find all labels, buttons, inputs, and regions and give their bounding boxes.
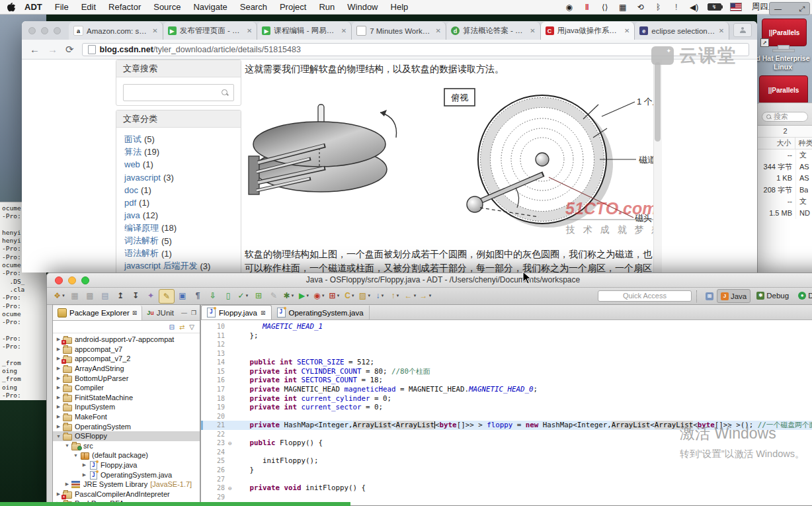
editor-tab[interactable]: JFloppy.java⊠ xyxy=(201,305,272,319)
perspective-ddms[interactable]: ●DDMS xyxy=(795,289,812,302)
dropdown-arrow-icon[interactable]: ▼ xyxy=(367,294,371,298)
maximize-view-icon[interactable]: ❐ xyxy=(191,310,196,316)
file-row[interactable]: 208 字节Ba xyxy=(758,185,812,196)
menu-item-search[interactable]: Search xyxy=(240,2,267,12)
minimize-icon[interactable]: — xyxy=(774,5,782,13)
tree-item-pascalcompilerandintepreter[interactable]: ▶✕PascalCompilerAndIntepreter xyxy=(53,489,200,499)
expand-arrow-icon[interactable]: ▶ xyxy=(56,395,61,400)
category-item[interactable]: javascript 后端开发 (3) xyxy=(124,260,241,273)
menu-item-source[interactable]: Source xyxy=(153,2,181,12)
category-item[interactable]: 词法解析 (5) xyxy=(124,235,241,247)
back-button[interactable]: ←▼ xyxy=(403,289,418,302)
reload-button[interactable]: ⟳ xyxy=(65,44,74,54)
category-link[interactable]: 语法解析 xyxy=(124,247,159,259)
new-android-app-button[interactable]: ⊞ xyxy=(251,289,266,302)
code-line-28[interactable]: 28⊖ private void initFloppy() { xyxy=(201,484,812,493)
code-line-16[interactable]: 16 private int SECTORS_COUNT = 18; xyxy=(201,376,812,385)
background-window-controls[interactable]: — ⤢ xyxy=(769,2,810,15)
dropdown-arrow-icon[interactable]: ▼ xyxy=(245,294,249,298)
browser-tab[interactable]: C用java做操作系统内核✕ xyxy=(541,22,635,40)
code-line-12[interactable]: 12 xyxy=(201,340,812,349)
coverage-button[interactable]: ⊞▼ xyxy=(327,289,342,302)
eclipse-title-bar[interactable]: Java - OSFloppy/src/Floppy.java - ADT - … xyxy=(47,273,812,288)
bluetooth-icon[interactable]: ᛒ xyxy=(654,2,663,13)
file-row[interactable]: 1.5 MBND xyxy=(758,208,812,220)
file-row[interactable]: 344 字节AS xyxy=(758,161,812,173)
expand-arrow-icon[interactable]: ▶ xyxy=(56,491,61,497)
tab-close-icon[interactable]: ✕ xyxy=(719,27,724,34)
debug-button[interactable]: ✱▼ xyxy=(282,289,296,302)
zoom-window-button[interactable] xyxy=(54,27,61,34)
scrollbar-thumb[interactable] xyxy=(655,62,661,142)
run-button[interactable]: ▶▼ xyxy=(297,289,311,302)
tree-item--default-package-[interactable]: ▼(default package) xyxy=(53,450,200,460)
volume-icon[interactable]: ◀) xyxy=(690,2,699,13)
quick-access-field[interactable]: Quick Access xyxy=(598,290,692,302)
menu-item-window[interactable]: Window xyxy=(347,2,378,12)
category-link[interactable]: java xyxy=(124,210,140,220)
expand-arrow-icon[interactable]: ▶ xyxy=(56,347,61,352)
category-item[interactable]: 面试 (5) xyxy=(124,133,241,146)
tree-item-src[interactable]: ▼src xyxy=(53,441,200,451)
menu-item-adt[interactable]: ADT xyxy=(24,2,42,12)
code-line-18[interactable]: 18 private int current_cylinder = 0; xyxy=(201,394,812,403)
perspective-java[interactable]: JJava xyxy=(717,289,751,303)
code-line-17[interactable]: 17 private MAGNETIC_HEAD magneticHead = … xyxy=(201,385,812,394)
category-item[interactable]: 编译原理 (18) xyxy=(124,222,241,234)
annotate-button[interactable]: ✎ xyxy=(266,289,281,302)
expand-arrow-icon[interactable]: ▶ xyxy=(56,376,61,381)
column-size[interactable]: 大小 xyxy=(758,138,795,149)
menu-item-navigate[interactable]: Navigate xyxy=(193,2,227,12)
address-bar[interactable]: blog.csdn.net/tyler_download/article/det… xyxy=(82,43,749,56)
tree-item-floppy-java[interactable]: ▶Floppy.java xyxy=(53,460,200,470)
category-item[interactable]: java (12) xyxy=(124,209,241,222)
dropdown-arrow-icon[interactable]: ▼ xyxy=(351,294,355,298)
dropdown-arrow-icon[interactable]: ▼ xyxy=(428,294,432,298)
tree-item-osfloppy[interactable]: ▼OSFloppy xyxy=(53,431,200,441)
forward-button[interactable]: → xyxy=(48,44,58,54)
apple-menu-icon[interactable] xyxy=(7,2,15,12)
browser-tab[interactable]: d算法概论答案 - 豆丁网✕ xyxy=(446,22,541,40)
tree-item-finitstatemachine[interactable]: ▶FinitStateMachine xyxy=(53,393,200,403)
expand-arrow-icon[interactable]: ▶ xyxy=(81,472,87,478)
category-link[interactable]: 面试 xyxy=(124,134,142,146)
open-type-button[interactable]: ▣ xyxy=(175,289,190,302)
tree-item-android-support-v7-appcompat[interactable]: ▶✕android-support-v7-appcompat xyxy=(53,335,200,345)
code-area[interactable]: 10 MAGETIC_HEAD_111 };121314 public int … xyxy=(201,320,812,506)
fetch-button[interactable]: ↓▼ xyxy=(373,289,387,302)
menu-item-project[interactable]: Project xyxy=(280,2,306,12)
category-link[interactable]: 词法解析 xyxy=(124,235,159,247)
perspective-debug[interactable]: ✱Debug xyxy=(753,289,792,302)
open-resource-button[interactable]: ▨▼ xyxy=(358,289,372,302)
menu-item-refactor[interactable]: Refactor xyxy=(108,2,141,12)
tree-item-bottomupparser[interactable]: ▶BottomUpParser xyxy=(53,373,200,383)
code-line-19[interactable]: 19 private int current_sector = 0; xyxy=(201,403,812,412)
dropdown-arrow-icon[interactable]: ▼ xyxy=(337,294,341,298)
browser-profile-button[interactable] xyxy=(733,23,752,37)
code-line-11[interactable]: 11 }; xyxy=(201,331,812,341)
expand-arrow-icon[interactable]: ▼ xyxy=(64,443,70,448)
article-search-input[interactable] xyxy=(123,84,234,101)
expand-arrow-icon[interactable]: ▶ xyxy=(56,366,61,371)
parallels-icon[interactable]: ‖ xyxy=(583,2,592,13)
browser-tab[interactable]: 7 Minutes Workout✕ xyxy=(352,22,446,40)
dropdown-arrow-icon[interactable]: ▼ xyxy=(321,294,325,298)
expand-arrow-icon[interactable]: ▶ xyxy=(56,337,61,342)
link-with-editor-icon[interactable]: ⇄ xyxy=(179,323,184,331)
import-button[interactable]: ↧ xyxy=(128,289,143,302)
minimize-window-button[interactable] xyxy=(41,27,48,34)
category-link[interactable]: web xyxy=(124,159,140,169)
expand-arrow-icon[interactable]: ▶ xyxy=(56,385,61,390)
tree-item-operatingsystem-java[interactable]: ▶OperatingSystem.java xyxy=(53,470,200,480)
dropdown-arrow-icon[interactable]: ▼ xyxy=(291,294,295,298)
browser-tab[interactable]: eeclipse selection doe✕ xyxy=(635,22,729,40)
tab-close-icon[interactable]: ✕ xyxy=(247,27,252,34)
menu-item-file[interactable]: File xyxy=(55,2,69,12)
tab-close-icon[interactable]: ✕ xyxy=(624,27,629,34)
finder-search-field[interactable]: 搜索 xyxy=(762,112,808,122)
dropdown-arrow-icon[interactable]: ▼ xyxy=(396,294,400,298)
category-item[interactable]: 算法 (19) xyxy=(124,146,241,158)
wifi-alert-icon[interactable]: ! xyxy=(672,2,681,13)
screen-record-icon[interactable]: ◉ xyxy=(565,2,574,13)
tab-close-icon[interactable]: ✕ xyxy=(435,27,440,34)
